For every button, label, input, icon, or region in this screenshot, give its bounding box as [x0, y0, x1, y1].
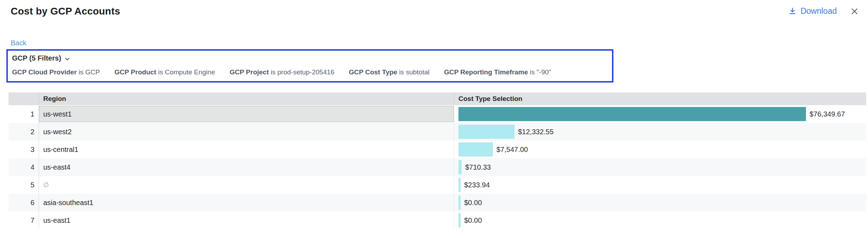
- filter-condition: is subtotal: [397, 68, 429, 76]
- filter-item[interactable]: GCP Project is prod-setup-205416: [229, 68, 334, 76]
- filter-item[interactable]: GCP Cost Type is subtotal: [349, 68, 429, 76]
- cost-cell: $710.33: [454, 158, 866, 176]
- table-row: 7 us-east1 $0.00: [9, 211, 866, 229]
- table-row: 3 us-central1 $7,547.00: [9, 141, 866, 158]
- cost-value: $710.33: [465, 163, 491, 171]
- cost-bar[interactable]: [458, 196, 461, 210]
- region-label: ∅: [43, 181, 49, 189]
- filter-field: GCP Product: [115, 68, 156, 76]
- filter-field: GCP Cost Type: [349, 68, 397, 76]
- filter-condition: is prod-setup-205416: [269, 68, 334, 76]
- chevron-down-icon: [64, 55, 70, 62]
- region-cell[interactable]: us-east1: [39, 211, 454, 229]
- top-bar: Cost by GCP Accounts Download: [0, 0, 868, 17]
- region-label: asia-southeast1: [43, 199, 93, 207]
- filter-condition: is "-90": [528, 68, 551, 76]
- table-header-row: Region Cost Type Selection: [9, 92, 866, 105]
- row-number: 5: [9, 176, 39, 194]
- region-cell[interactable]: ∅: [39, 176, 454, 194]
- filter-field: GCP Project: [229, 68, 269, 76]
- row-number: 7: [9, 211, 39, 229]
- cost-cell: $12,332.55: [454, 123, 866, 141]
- column-header-cost-type-selection[interactable]: Cost Type Selection: [454, 92, 866, 105]
- region-label: us-central1: [43, 146, 78, 154]
- cost-bar[interactable]: [458, 160, 462, 174]
- back-link[interactable]: Back: [11, 39, 26, 47]
- cost-cell: $0.00: [454, 194, 866, 211]
- cost-value: $0.00: [464, 199, 482, 207]
- cost-cell: $0.00: [454, 211, 866, 229]
- region-cell[interactable]: us-west2: [39, 123, 454, 141]
- column-header-index: [9, 92, 39, 105]
- row-number: 3: [9, 141, 39, 158]
- cost-value: $7,547.00: [496, 146, 528, 154]
- close-icon[interactable]: [850, 7, 859, 16]
- filter-item[interactable]: GCP Product is Compute Engine: [115, 68, 215, 76]
- top-actions: Download: [789, 6, 859, 16]
- region-cell[interactable]: us-west1: [39, 105, 454, 123]
- region-cell[interactable]: asia-southeast1: [39, 194, 454, 211]
- table-body: 1 us-west1 $76,349.67 2 us-west2 $12,332…: [9, 105, 866, 229]
- cost-value: $12,332.55: [518, 128, 553, 136]
- cost-cell: $233.94: [454, 176, 866, 194]
- column-header-region[interactable]: Region: [39, 92, 454, 105]
- cost-bar[interactable]: [458, 213, 461, 227]
- region-cell[interactable]: us-central1: [39, 141, 454, 158]
- cost-bar[interactable]: [458, 107, 806, 121]
- table-row: 2 us-west2 $12,332.55: [9, 123, 866, 141]
- cost-cell: $7,547.00: [454, 141, 866, 158]
- cost-value: $76,349.67: [809, 110, 845, 118]
- filter-panel: GCP (5 Filters) GCP Cloud Provider is GC…: [6, 49, 613, 83]
- cost-cell: $76,349.67: [454, 105, 866, 123]
- cost-value: $0.00: [464, 216, 482, 225]
- filter-field: GCP Reporting Timeframe: [444, 68, 528, 76]
- region-cell[interactable]: us-east4: [39, 158, 454, 176]
- table-row: 5 ∅ $233.94: [9, 176, 866, 194]
- filter-item[interactable]: GCP Cloud Provider is GCP: [12, 68, 100, 76]
- region-label: us-west1: [43, 110, 72, 118]
- page-title: Cost by GCP Accounts: [11, 6, 120, 17]
- filter-list: GCP Cloud Provider is GCPGCP Product is …: [11, 68, 608, 76]
- download-button[interactable]: Download: [789, 6, 837, 16]
- cost-table: Region Cost Type Selection 1 us-west1 $7…: [9, 92, 866, 229]
- table-row: 1 us-west1 $76,349.67: [9, 105, 866, 123]
- row-number: 4: [9, 158, 39, 176]
- cost-bar[interactable]: [458, 142, 493, 157]
- filter-item[interactable]: GCP Reporting Timeframe is "-90": [444, 68, 551, 76]
- region-label: us-west2: [43, 128, 72, 136]
- filter-summary-label: GCP (5 Filters): [12, 54, 61, 62]
- region-label: us-east4: [43, 163, 71, 171]
- region-label: us-east1: [43, 216, 71, 225]
- row-number: 1: [9, 105, 39, 123]
- filter-condition: is GCP: [77, 68, 100, 76]
- cost-report-panel: Cost by GCP Accounts Download Back: [0, 0, 868, 238]
- cost-bar[interactable]: [458, 125, 514, 139]
- table-row: 6 asia-southeast1 $0.00: [9, 194, 866, 211]
- cost-value: $233.94: [464, 181, 490, 189]
- table-row: 4 us-east4 $710.33: [9, 158, 866, 176]
- filter-condition: is Compute Engine: [156, 68, 215, 76]
- filter-summary-dropdown[interactable]: GCP (5 Filters): [11, 54, 70, 62]
- download-icon: [789, 7, 796, 16]
- download-label: Download: [801, 6, 837, 16]
- row-number: 2: [9, 123, 39, 141]
- cost-bar[interactable]: [458, 178, 461, 192]
- row-number: 6: [9, 194, 39, 211]
- filter-field: GCP Cloud Provider: [12, 68, 77, 76]
